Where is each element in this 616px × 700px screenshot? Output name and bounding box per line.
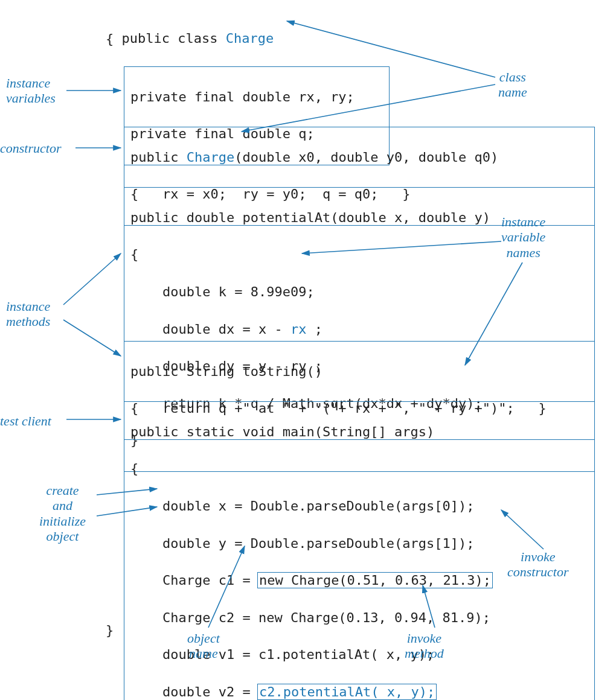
label-instance-variables: instancevariables <box>6 75 56 106</box>
label-constructor: constructor <box>0 141 61 156</box>
ctor-name-token: Charge <box>187 150 234 165</box>
open-brace: { <box>106 30 114 49</box>
main-l3: double x = Double.parseDouble(args[0]); <box>130 497 588 516</box>
label-object-name: objectname <box>187 631 220 661</box>
main-l6: Charge c2 = new Charge(0.13, 0.94, 81.9)… <box>130 609 588 628</box>
pa-l4c: ; <box>306 322 322 337</box>
invoke-method-box: c2.potentialAt( x, y); <box>257 684 437 700</box>
pa-l4a: double dx = x - <box>130 322 290 337</box>
ivars-line-1: private final double rx, ry; <box>130 88 383 107</box>
label-instance-variable-names: instancevariablenames <box>501 214 545 260</box>
main-l8a: double v2 = <box>130 684 258 699</box>
main-l1: public static void main(String[] args) <box>130 423 588 442</box>
ctor-pre: public <box>130 150 187 165</box>
svg-line-2 <box>63 253 121 305</box>
close-brace: } <box>106 622 114 640</box>
pa-rx-token: rx <box>290 322 307 337</box>
svg-line-3 <box>63 320 121 356</box>
label-test-client: test client <box>0 413 51 428</box>
main-l5a: Charge c1 = <box>130 573 258 588</box>
new-charge-box: new Charge(0.51, 0.63, 21.3); <box>257 572 493 588</box>
label-create-initialize: createandinitializeobject <box>39 483 86 544</box>
label-invoke-constructor: invokeconstructor <box>507 549 568 580</box>
class-keywords: public class <box>122 31 226 46</box>
ts-l1: public String toString() <box>130 363 588 381</box>
label-instance-methods: instancemethods <box>6 299 50 329</box>
label-class-name: classname <box>498 69 527 100</box>
pa-l3: double k = 8.99e09; <box>130 283 588 302</box>
ctor-params: (double x0, double y0, double q0) <box>234 150 498 165</box>
class-name-token: Charge <box>226 31 274 46</box>
main-l2: { <box>130 460 588 479</box>
label-invoke-method: invokemethod <box>405 631 444 661</box>
